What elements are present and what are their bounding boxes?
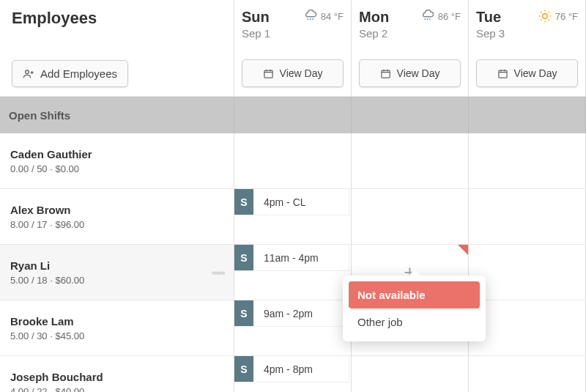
schedule-cell[interactable]: S11am - 4pm [234, 245, 352, 300]
day-header-2: TueSep 376 °FView Day [469, 0, 586, 97]
weather-sun-icon [538, 9, 552, 23]
schedule-cell[interactable]: +Not availableOther job [352, 245, 469, 300]
employee-row[interactable]: Joseph Bouchard4.00 / 22 · $40.00 [0, 356, 234, 392]
day-header-0: SunSep 184 °FView Day [234, 0, 352, 97]
schedule-cell[interactable] [469, 356, 586, 392]
employee-row[interactable]: Brooke Lam5.00 / 30 · $45.00 [0, 300, 234, 356]
schedule-cell[interactable] [352, 133, 469, 189]
weather-rain-icon [303, 9, 318, 23]
shift-block[interactable]: S11am - 4pm [234, 245, 349, 271]
schedule-cell[interactable]: S4pm - CL [234, 189, 352, 245]
employee-row[interactable]: Alex Brown8.00 / 17 · $96.00 [0, 189, 234, 245]
flag-icon [458, 245, 468, 255]
shift-block[interactable]: S9am - 2pm [234, 300, 349, 327]
svg-rect-4 [498, 70, 506, 78]
svg-rect-1 [264, 70, 272, 78]
view-day-button[interactable]: View Day [242, 59, 344, 87]
schedule-cell[interactable] [469, 245, 586, 300]
svg-point-0 [26, 70, 29, 74]
view-day-button[interactable]: View Day [476, 59, 578, 87]
shift-block[interactable]: S4pm - 8pm [234, 356, 349, 382]
schedule-cell[interactable] [234, 133, 352, 189]
svg-rect-2 [381, 70, 389, 78]
schedule-cell[interactable] [469, 300, 586, 356]
schedule-cell[interactable]: S4pm - 8pm [234, 356, 352, 392]
schedule-cell[interactable] [352, 189, 469, 245]
drag-handle-icon[interactable]: ══ [212, 267, 223, 278]
schedule-cell[interactable]: S9am - 2pm [234, 300, 352, 356]
popover-not-available[interactable]: Not available [349, 281, 480, 308]
schedule-cell[interactable] [469, 189, 586, 245]
schedule-cell[interactable] [469, 133, 586, 189]
svg-point-3 [542, 14, 547, 19]
shift-block[interactable]: S4pm - CL [234, 189, 349, 215]
page-title: Employees [12, 9, 222, 28]
weather-rain-icon [420, 9, 435, 23]
availability-popover: Not availableOther job [343, 275, 486, 341]
view-day-button[interactable]: View Day [359, 59, 461, 87]
popover-other-job[interactable]: Other job [349, 308, 480, 336]
open-shifts-row: Open Shifts [0, 97, 586, 133]
day-header-1: MonSep 286 °FView Day [352, 0, 469, 97]
employee-row[interactable]: Caden Gauthier0.00 / 50 · $0.00 [0, 133, 234, 189]
add-employees-button[interactable]: Add Employees [12, 60, 128, 87]
schedule-cell[interactable] [352, 356, 469, 392]
employee-row[interactable]: Ryan Li5.00 / 18 · $60.00══ [0, 245, 234, 300]
